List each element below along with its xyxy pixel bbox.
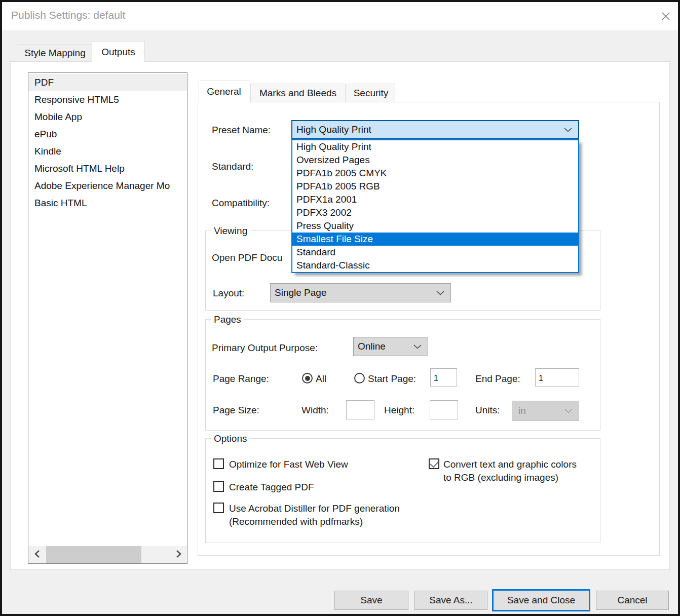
scroll-left-button[interactable] (29, 546, 45, 563)
tab-marks-and-bleeds[interactable]: Marks and Bleeds (250, 84, 346, 102)
output-format-item[interactable]: Basic HTML (28, 195, 187, 212)
start-page-label: Start Page: (368, 373, 416, 384)
output-format-item[interactable]: ePub (28, 126, 187, 143)
page-range-all-label: All (316, 373, 326, 384)
page-size-label: Page Size: (213, 405, 259, 416)
units-label: Units: (475, 405, 500, 416)
output-format-item[interactable]: PDF (28, 74, 187, 91)
close-button[interactable] (656, 8, 676, 26)
chevron-down-icon (564, 128, 572, 132)
start-page-radio[interactable] (354, 373, 365, 383)
height-label: Height: (384, 405, 414, 416)
chevron-down-icon (564, 409, 573, 413)
layout-value: Single Page (271, 287, 436, 298)
primary-output-purpose-label: Primary Output Purpose: (212, 342, 318, 354)
preset-option[interactable]: High Quality Print (292, 140, 578, 153)
compatibility-label: Compatibility: (212, 198, 270, 209)
chevron-down-icon (413, 344, 422, 349)
start-page-input[interactable] (430, 368, 457, 387)
output-format-item[interactable]: Adobe Experience Manager Mo (28, 177, 187, 195)
create-tagged-pdf-label: Create Tagged PDF (229, 482, 314, 493)
pages-group-title: Pages (211, 314, 244, 325)
save-and-close-button[interactable]: Save and Close (492, 589, 590, 611)
use-acrobat-distiller-label: Use Acrobat Distiller for PDF generation (229, 503, 400, 514)
horizontal-scrollbar[interactable] (28, 546, 187, 563)
save-button-label: Save (360, 595, 382, 606)
preset-dropdown-list[interactable]: High Quality PrintOversized PagesPDFA1b … (291, 139, 579, 273)
preset-name-value: High Quality Print (292, 124, 564, 135)
options-group-title: Options (211, 433, 249, 444)
primary-output-purpose-combobox[interactable]: Online (353, 337, 428, 356)
width-input[interactable] (346, 400, 374, 419)
save-and-close-button-label: Save and Close (507, 595, 575, 606)
convert-to-rgb-checkbox[interactable] (429, 458, 439, 469)
height-input[interactable] (430, 400, 458, 419)
title-bar: Publish Settings: default (2, 2, 678, 30)
tab-general[interactable]: General (199, 81, 249, 102)
end-page-input[interactable] (535, 368, 579, 387)
tab-outputs-label: Outputs (101, 47, 135, 58)
page-range-label: Page Range: (213, 373, 269, 384)
preset-option[interactable]: Oversized Pages (292, 153, 578, 167)
output-format-item[interactable]: Responsive HTML5 (28, 91, 187, 108)
output-format-list[interactable]: PDFResponsive HTML5Mobile AppePubKindleM… (28, 72, 187, 564)
tab-marks-and-bleeds-label: Marks and Bleeds (259, 88, 336, 99)
output-format-item[interactable]: Microsoft HTML Help (28, 160, 187, 177)
preset-name-combobox[interactable]: High Quality Print (291, 120, 579, 139)
preset-option[interactable]: PDFX1a 2001 (292, 193, 578, 206)
tab-general-label: General (207, 86, 241, 97)
use-acrobat-distiller-checkbox[interactable] (213, 503, 224, 513)
units-value: in (512, 405, 564, 416)
save-as-button[interactable]: Save As... (414, 591, 487, 610)
scrollbar-thumb[interactable] (46, 546, 141, 563)
output-format-item[interactable]: Mobile App (28, 108, 187, 126)
tab-style-mapping[interactable]: Style Mapping (18, 45, 92, 61)
open-pdf-document-label: Open PDF Docu (212, 252, 282, 263)
save-as-button-label: Save As... (429, 595, 473, 606)
preset-option[interactable]: PDFA1b 2005 CMYK (292, 167, 578, 180)
viewing-group-title: Viewing (211, 225, 250, 237)
chevron-left-icon (34, 550, 40, 560)
tab-style-mapping-label: Style Mapping (24, 48, 85, 59)
layout-combobox[interactable]: Single Page (270, 283, 451, 302)
dialog-title: Publish Settings: default (11, 9, 125, 21)
standard-label: Standard: (212, 161, 253, 172)
preset-option[interactable]: Press Quality (292, 219, 578, 233)
chevron-down-icon (436, 291, 444, 295)
output-format-item[interactable]: Kindle (28, 143, 187, 160)
preset-option[interactable]: Smallest File Size (292, 233, 578, 246)
tab-security[interactable]: Security (347, 84, 395, 102)
cancel-button-label: Cancel (617, 595, 647, 606)
convert-to-rgb-label-line2: to RGB (excluding images) (443, 472, 558, 483)
end-page-label: End Page: (475, 373, 520, 384)
layout-label: Layout: (213, 288, 244, 299)
page-range-all-radio[interactable] (302, 373, 313, 383)
optimize-fast-web-view-label: Optimize for Fast Web View (229, 459, 348, 470)
cancel-button[interactable]: Cancel (596, 591, 669, 610)
width-label: Width: (301, 405, 329, 416)
save-button[interactable]: Save (334, 591, 408, 610)
tab-security-label: Security (354, 88, 389, 99)
create-tagged-pdf-checkbox[interactable] (213, 481, 224, 492)
publish-settings-dialog: Publish Settings: default Style Mapping … (0, 0, 680, 616)
optimize-fast-web-view-checkbox[interactable] (213, 458, 224, 469)
chevron-right-icon (176, 550, 181, 560)
close-icon (659, 10, 672, 25)
preset-option[interactable]: Standard (292, 246, 578, 259)
use-acrobat-distiller-label-line2: (Recommended with pdfmarks) (229, 516, 363, 527)
preset-option[interactable]: Standard-Classic (292, 259, 578, 272)
primary-output-purpose-value: Online (354, 341, 413, 352)
convert-to-rgb-label: Convert text and graphic colors (443, 459, 577, 470)
preset-name-label: Preset Name: (212, 125, 271, 136)
tab-outputs[interactable]: Outputs (92, 41, 145, 62)
scroll-right-button[interactable] (171, 546, 186, 563)
preset-option[interactable]: PDFA1b 2005 RGB (292, 180, 578, 193)
preset-option[interactable]: PDFX3 2002 (292, 206, 578, 219)
units-combobox: in (512, 401, 579, 421)
